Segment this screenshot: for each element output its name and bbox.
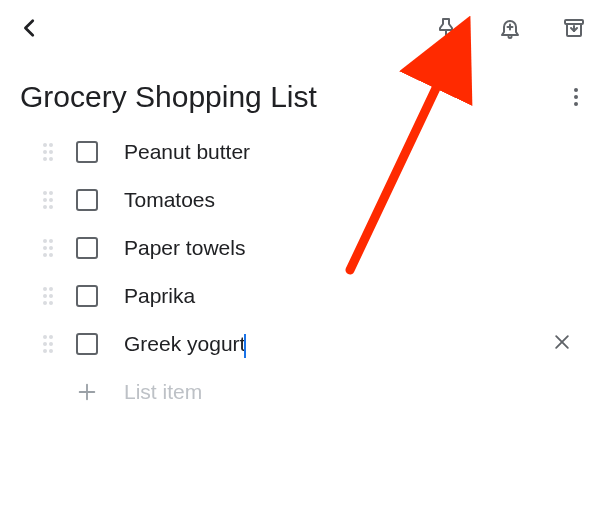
- svg-point-9: [49, 143, 53, 147]
- delete-item-button[interactable]: [552, 332, 572, 356]
- svg-point-10: [43, 150, 47, 154]
- list-item[interactable]: Tomatoes: [38, 176, 602, 224]
- svg-point-18: [43, 205, 47, 209]
- svg-point-19: [49, 205, 53, 209]
- drag-handle[interactable]: [38, 190, 58, 210]
- list-item[interactable]: Paper towels: [38, 224, 602, 272]
- checkbox[interactable]: [76, 141, 98, 163]
- svg-point-23: [49, 246, 53, 250]
- svg-point-30: [43, 301, 47, 305]
- list-item[interactable]: Peanut butter: [38, 128, 602, 176]
- checklist: Peanut butter Tomatoes Paper towels Papr…: [0, 122, 610, 416]
- svg-point-28: [43, 294, 47, 298]
- svg-point-31: [49, 301, 53, 305]
- note-title[interactable]: Grocery Shopping List: [20, 80, 317, 114]
- drag-handle[interactable]: [38, 334, 58, 354]
- svg-point-15: [49, 191, 53, 195]
- svg-point-27: [49, 287, 53, 291]
- reminder-button[interactable]: [496, 14, 524, 42]
- close-icon: [552, 332, 572, 352]
- svg-point-21: [49, 239, 53, 243]
- note-header: Grocery Shopping List: [0, 56, 610, 122]
- drag-handle[interactable]: [38, 238, 58, 258]
- drag-handle-icon: [41, 190, 55, 210]
- item-text[interactable]: Paprika: [124, 284, 195, 308]
- list-item[interactable]: Greek yogurt: [38, 320, 602, 368]
- svg-point-37: [49, 349, 53, 353]
- bell-add-icon: [498, 16, 522, 40]
- svg-point-26: [43, 287, 47, 291]
- checkbox[interactable]: [76, 333, 98, 355]
- item-text[interactable]: Paper towels: [124, 236, 245, 260]
- svg-point-16: [43, 198, 47, 202]
- svg-point-22: [43, 246, 47, 250]
- svg-point-24: [43, 253, 47, 257]
- svg-point-20: [43, 239, 47, 243]
- svg-point-13: [49, 157, 53, 161]
- item-text[interactable]: Greek yogurt: [124, 332, 245, 356]
- drag-handle-icon: [41, 238, 55, 258]
- svg-point-14: [43, 191, 47, 195]
- plus-icon: [76, 381, 98, 403]
- item-text[interactable]: Peanut butter: [124, 140, 250, 164]
- svg-point-17: [49, 198, 53, 202]
- drag-handle[interactable]: [38, 142, 58, 162]
- add-item-button[interactable]: [76, 381, 98, 403]
- back-button[interactable]: [16, 14, 44, 42]
- app-toolbar: [0, 0, 610, 56]
- more-vertical-icon: [564, 85, 588, 109]
- drag-handle-icon: [41, 286, 55, 306]
- svg-point-34: [43, 342, 47, 346]
- chevron-left-icon: [19, 17, 41, 39]
- item-text[interactable]: Tomatoes: [124, 188, 215, 212]
- pin-button[interactable]: [432, 14, 460, 42]
- checkbox[interactable]: [76, 285, 98, 307]
- drag-handle[interactable]: [38, 286, 58, 306]
- drag-handle-icon: [41, 142, 55, 162]
- svg-point-12: [43, 157, 47, 161]
- add-item-row[interactable]: List item: [38, 368, 602, 416]
- checkbox[interactable]: [76, 189, 98, 211]
- svg-point-32: [43, 335, 47, 339]
- checkbox[interactable]: [76, 237, 98, 259]
- add-item-placeholder[interactable]: List item: [124, 380, 202, 404]
- svg-point-8: [43, 143, 47, 147]
- svg-point-33: [49, 335, 53, 339]
- svg-point-36: [43, 349, 47, 353]
- svg-point-35: [49, 342, 53, 346]
- list-item[interactable]: Paprika: [38, 272, 602, 320]
- more-options-button[interactable]: [562, 83, 590, 111]
- svg-point-11: [49, 150, 53, 154]
- svg-point-7: [574, 102, 578, 106]
- archive-icon: [562, 16, 586, 40]
- pin-icon: [434, 16, 458, 40]
- archive-button[interactable]: [560, 14, 588, 42]
- svg-point-29: [49, 294, 53, 298]
- svg-point-25: [49, 253, 53, 257]
- drag-handle-icon: [41, 334, 55, 354]
- svg-point-5: [574, 88, 578, 92]
- svg-point-6: [574, 95, 578, 99]
